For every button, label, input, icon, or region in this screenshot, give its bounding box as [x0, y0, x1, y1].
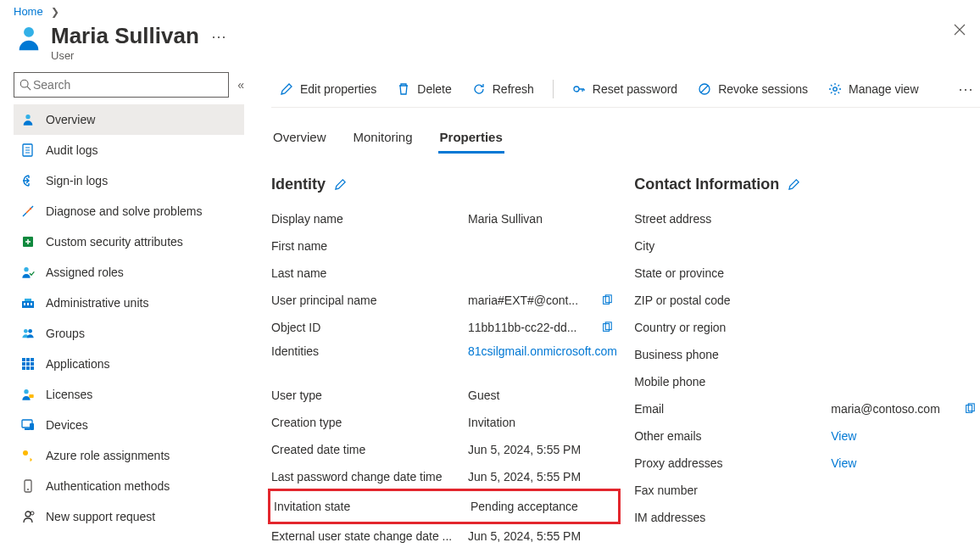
view-proxy-link[interactable]: View: [831, 456, 960, 470]
view-other-emails-link[interactable]: View: [831, 429, 960, 443]
assigned-roles-icon: [20, 265, 36, 280]
sidebar-item-admin-units[interactable]: Administrative units: [14, 288, 244, 318]
row-user-type: User type Guest: [271, 382, 617, 409]
sidebar-item-audit-logs[interactable]: Audit logs: [14, 135, 244, 165]
field-label: User type: [271, 389, 468, 402]
svg-rect-31: [30, 423, 34, 430]
field-label: Proxy addresses: [634, 456, 831, 470]
key-icon: [20, 448, 36, 463]
sidebar-item-applications[interactable]: Applications: [14, 349, 244, 379]
sidebar-item-devices[interactable]: Devices: [14, 410, 244, 440]
search-input-wrapper[interactable]: [14, 72, 229, 98]
svg-rect-30: [25, 428, 30, 430]
sidebar-item-licenses[interactable]: Licenses: [14, 379, 244, 410]
sidebar-item-azure-role[interactable]: Azure role assignments: [14, 440, 244, 471]
field-value: maria#EXT#@cont...: [468, 293, 597, 307]
search-input[interactable]: [31, 77, 223, 92]
delete-button[interactable]: Delete: [388, 74, 459, 104]
field-label: Display name: [271, 212, 468, 226]
reset-password-button[interactable]: Reset password: [564, 74, 686, 104]
svg-line-39: [701, 86, 708, 92]
page-header: Maria Sullivan ⋯ User: [0, 20, 980, 70]
page-title: Maria Sullivan: [51, 23, 199, 49]
field-label: First name: [271, 239, 468, 253]
revoke-sessions-button[interactable]: Revoke sessions: [689, 74, 816, 104]
sidebar-item-overview[interactable]: Overview: [14, 104, 244, 135]
sidebar-item-custom-security[interactable]: Custom security attributes: [14, 226, 244, 257]
svg-point-17: [28, 329, 32, 333]
toolbar-label: Manage view: [849, 82, 919, 96]
key-icon: [572, 82, 586, 96]
manage-view-button[interactable]: Manage view: [820, 74, 927, 104]
contact-section: Contact Information Street address City …: [634, 176, 980, 550]
field-label: Email: [634, 402, 831, 416]
svg-point-10: [24, 267, 28, 271]
copy-object-id-button[interactable]: [597, 321, 617, 333]
field-label: IM addresses: [634, 511, 831, 524]
field-value: Maria Sullivan: [468, 212, 597, 226]
groups-icon: [20, 326, 36, 341]
tab-monitoring[interactable]: Monitoring: [352, 123, 415, 153]
svg-point-34: [27, 489, 29, 490]
tab-overview[interactable]: Overview: [271, 123, 328, 153]
tabs: Overview Monitoring Properties: [271, 123, 980, 154]
svg-rect-12: [25, 299, 31, 301]
refresh-button[interactable]: Refresh: [464, 74, 543, 104]
field-label: Last name: [271, 266, 468, 280]
field-label: Fax number: [634, 484, 831, 497]
sidebar-item-label: Licenses: [46, 388, 92, 401]
sidebar-item-support[interactable]: New support request: [14, 501, 244, 532]
user-icon: [20, 112, 36, 127]
svg-rect-23: [31, 362, 34, 366]
row-invitation-state: Invitation state Pending acceptance: [274, 493, 615, 520]
applications-icon: [20, 356, 36, 372]
row-last-pw: Last password change date time Jun 5, 20…: [271, 463, 617, 490]
toolbar-label: Delete: [417, 82, 451, 96]
field-value-link[interactable]: 81csilgmail.onmicrosoft.com: [468, 344, 597, 358]
close-button[interactable]: [953, 23, 966, 36]
toolbar-more-button[interactable]: ⋯: [953, 80, 980, 98]
row-state: State or province: [634, 260, 980, 287]
edit-properties-button[interactable]: Edit properties: [271, 74, 385, 104]
sidebar-item-label: Diagnose and solve problems: [46, 204, 202, 218]
sidebar-item-diagnose[interactable]: Diagnose and solve problems: [14, 196, 244, 226]
svg-rect-26: [31, 366, 34, 370]
sidebar-item-label: Applications: [46, 357, 110, 371]
svg-rect-13: [24, 303, 25, 305]
svg-rect-18: [22, 358, 25, 361]
sidebar-item-assigned-roles[interactable]: Assigned roles: [14, 257, 244, 288]
copy-email-button[interactable]: [960, 403, 980, 415]
field-label: Created date time: [271, 443, 468, 456]
auth-methods-icon: [20, 478, 36, 494]
search-icon: [19, 79, 31, 91]
row-other-emails: Other emails View: [634, 422, 980, 450]
row-upn: User principal name maria#EXT#@cont...: [271, 287, 617, 314]
chevron-right-icon: ❯: [51, 6, 59, 18]
field-value: Jun 5, 2024, 5:55 PM: [468, 529, 597, 543]
toolbar: Edit properties Delete Refresh Reset pas…: [271, 70, 980, 108]
edit-contact-button[interactable]: [788, 178, 800, 191]
row-display-name: Display name Maria Sullivan: [271, 205, 617, 232]
sidebar-item-label: Azure role assignments: [46, 449, 170, 462]
main-content: Edit properties Delete Refresh Reset pas…: [251, 70, 980, 559]
row-country: Country or region: [634, 314, 980, 341]
sidebar-item-auth-methods[interactable]: Authentication methods: [14, 471, 244, 501]
pencil-icon: [280, 82, 293, 96]
edit-identity-button[interactable]: [334, 178, 347, 191]
field-label: Street address: [634, 212, 831, 226]
field-label: Other emails: [634, 429, 831, 443]
breadcrumb-home[interactable]: Home: [14, 5, 43, 18]
svg-point-37: [574, 87, 579, 92]
field-value: 11bb11bb-cc22-dd...: [468, 321, 597, 334]
tab-properties[interactable]: Properties: [438, 123, 504, 153]
header-more-button[interactable]: ⋯: [211, 27, 228, 46]
svg-rect-20: [31, 358, 34, 361]
identity-heading: Identity: [271, 176, 326, 193]
sidebar-item-sign-in-logs[interactable]: Sign-in logs: [14, 165, 244, 196]
row-first-name: First name: [271, 232, 617, 260]
collapse-sidebar-button[interactable]: «: [237, 78, 244, 92]
sidebar-item-groups[interactable]: Groups: [14, 318, 244, 349]
field-label: City: [634, 239, 831, 253]
row-street: Street address: [634, 205, 980, 232]
copy-upn-button[interactable]: [597, 294, 617, 306]
